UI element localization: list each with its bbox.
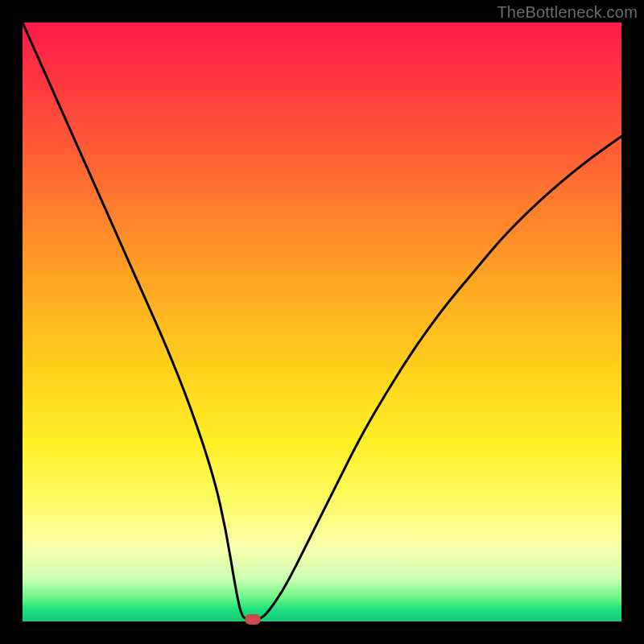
plot-area: [23, 23, 621, 621]
curve-svg: [23, 23, 621, 621]
optimum-marker: [245, 614, 261, 625]
watermark-text: TheBottleneck.com: [497, 3, 638, 22]
bottleneck-curve: [23, 23, 621, 620]
outer-frame: TheBottleneck.com: [0, 0, 644, 644]
